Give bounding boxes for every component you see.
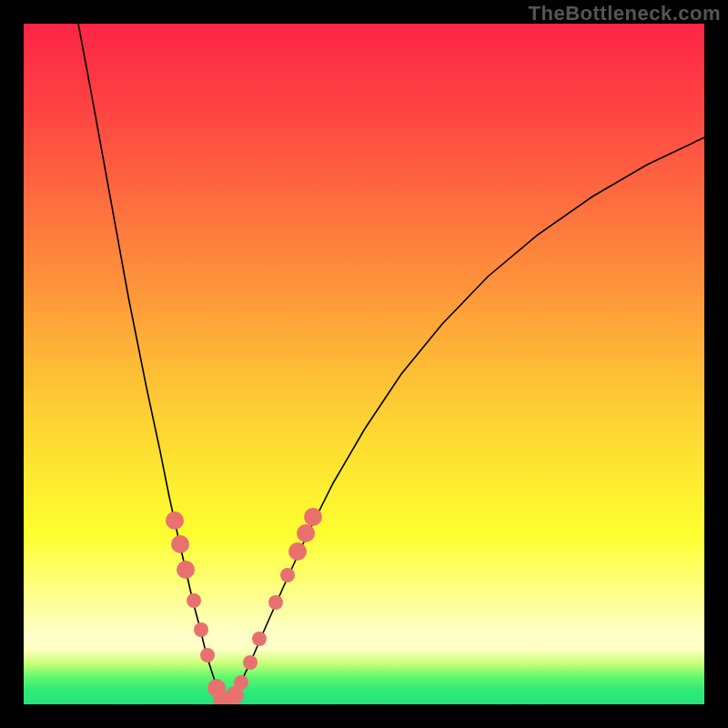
curve-marker <box>252 632 267 646</box>
curve-marker <box>177 561 195 579</box>
curve-marker <box>304 508 322 526</box>
curve-marker <box>200 648 215 662</box>
curve-marker <box>234 675 248 690</box>
attribution-label: TheBottleneck.com <box>529 2 721 25</box>
curve-marker <box>280 568 295 582</box>
bottleneck-curve-svg <box>24 24 704 704</box>
curve-marker <box>268 595 283 610</box>
curve-marker <box>194 622 208 637</box>
curve-marker <box>171 535 189 553</box>
chart-frame <box>24 24 704 704</box>
curve-marker <box>187 593 201 608</box>
curve-marker <box>243 655 258 670</box>
curve-marker <box>297 524 315 542</box>
curve-right-branch <box>224 137 704 704</box>
curve-marker <box>166 511 184 530</box>
curve-left-branch <box>78 24 224 704</box>
curve-marker <box>288 542 307 561</box>
